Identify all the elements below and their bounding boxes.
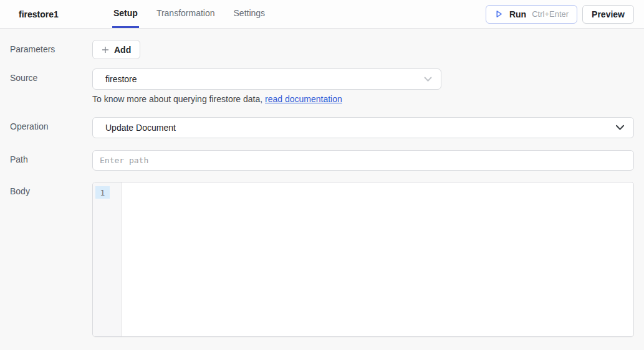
- parameters-row: Parameters Add: [10, 40, 634, 59]
- operation-label: Operation: [10, 117, 92, 131]
- source-helper-text: To know more about querying firestore da…: [92, 94, 441, 104]
- setup-form: Parameters Add Source firestore To: [0, 29, 644, 337]
- source-row: Source firestore To know more about quer…: [10, 69, 634, 104]
- add-button-label: Add: [114, 45, 131, 55]
- operation-select[interactable]: Update Document: [92, 117, 634, 138]
- read-documentation-link[interactable]: read documentation: [265, 94, 342, 104]
- preview-button[interactable]: Preview: [582, 5, 634, 24]
- play-icon: [494, 9, 504, 19]
- tab-setup[interactable]: Setup: [112, 0, 139, 28]
- editor-code-area[interactable]: [122, 182, 633, 336]
- editor-line-gutter: 1: [93, 182, 122, 336]
- source-select[interactable]: firestore: [92, 69, 441, 90]
- plus-icon: [102, 46, 109, 54]
- operation-selected-value: Update Document: [105, 123, 615, 133]
- path-input[interactable]: [92, 150, 634, 171]
- body-label: Body: [10, 182, 92, 196]
- chevron-down-icon: [424, 77, 432, 82]
- path-row: Path: [10, 150, 634, 171]
- body-row: Body 1: [10, 182, 634, 337]
- source-label: Source: [10, 69, 92, 83]
- header-actions: Run Ctrl+Enter Preview: [486, 0, 644, 28]
- parameters-label: Parameters: [10, 40, 92, 54]
- body-code-editor[interactable]: 1: [92, 182, 634, 337]
- run-button-label: Run: [509, 9, 526, 19]
- query-title: firestore1: [19, 9, 59, 19]
- run-shortcut-hint: Ctrl+Enter: [532, 9, 569, 19]
- tab-bar: Setup Transformation Settings: [112, 0, 266, 28]
- run-button[interactable]: Run Ctrl+Enter: [486, 5, 577, 24]
- path-label: Path: [10, 150, 92, 164]
- query-editor-header: firestore1 Setup Transformation Settings…: [0, 0, 644, 29]
- chevron-down-icon: [615, 125, 625, 131]
- tab-transformation[interactable]: Transformation: [155, 0, 216, 28]
- operation-row: Operation Update Document: [10, 117, 634, 138]
- tab-settings[interactable]: Settings: [233, 0, 267, 28]
- line-number: 1: [95, 186, 110, 199]
- helper-text: To know more about querying firestore da…: [92, 94, 265, 104]
- add-parameter-button[interactable]: Add: [92, 40, 140, 59]
- source-selected-value: firestore: [105, 74, 424, 84]
